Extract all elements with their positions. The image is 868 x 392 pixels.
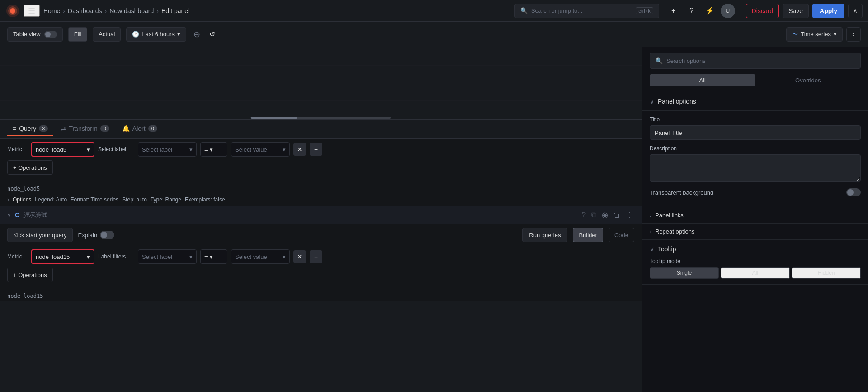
panel-links-chevron: › — [650, 212, 651, 219]
panel-type-expand-button[interactable]: › — [846, 27, 861, 42]
label-select-a[interactable]: Select label ▾ — [138, 142, 197, 157]
label-dropdown-icon-a: ▾ — [189, 146, 193, 153]
collapse-panel-button[interactable]: ∧ — [848, 4, 863, 18]
query-a-operations-row: + Operations — [7, 160, 634, 175]
panel-type-dropdown-icon: ▾ — [834, 31, 837, 38]
discard-button[interactable]: Discard — [746, 4, 779, 18]
value-select-c[interactable]: Select value ▾ — [231, 249, 290, 264]
global-search-bar[interactable]: 🔍 Search or jump to... ctrl+k — [514, 4, 659, 18]
add-label-filter-a[interactable]: + — [310, 143, 322, 156]
time-range-label: Last 6 hours — [142, 31, 175, 38]
label-select-c[interactable]: Select label ▾ — [138, 249, 197, 264]
copy-icon-c[interactable]: ⧉ — [590, 210, 597, 220]
metric-dropdown-icon-c: ▾ — [87, 253, 90, 260]
right-panel-header: 🔍 Search options All Overrides — [642, 47, 868, 92]
search-icon: 🔍 — [520, 7, 528, 14]
search-placeholder: Search or jump to... — [531, 7, 632, 14]
breadcrumb-dashboards[interactable]: Dashboards — [68, 7, 102, 14]
delete-icon-c[interactable]: 🗑 — [613, 210, 622, 220]
help-icon-c[interactable]: ? — [581, 210, 587, 220]
refresh-button[interactable]: ↺ — [208, 28, 217, 40]
add-button[interactable]: + — [666, 4, 681, 18]
actual-button[interactable]: Actual — [93, 27, 121, 42]
tooltip-mode-single[interactable]: Single — [650, 267, 719, 279]
tooltip-mode-row: Tooltip mode Single All Hidden — [642, 258, 868, 284]
avatar[interactable]: U — [721, 4, 735, 18]
panel-options-content: Title Description Transparent background — [642, 111, 868, 207]
zoom-out-button[interactable]: ⊖ — [192, 28, 202, 41]
repeat-options-chevron: › — [650, 229, 651, 235]
action-buttons: Discard Save Apply ∧ — [746, 4, 863, 18]
table-view-label: Table view — [13, 31, 41, 38]
options-chevron-a: › — [7, 196, 9, 203]
tab-alert[interactable]: 🔔 Alert 0 — [117, 122, 163, 136]
fill-button[interactable]: Fill — [68, 27, 88, 42]
tab-all[interactable]: All — [650, 74, 755, 86]
tooltip-mode-all[interactable]: All — [721, 267, 790, 279]
operator-select-a[interactable]: = ▾ — [200, 142, 227, 157]
hamburger-button[interactable]: ☰ — [24, 5, 40, 17]
explain-toggle[interactable] — [100, 231, 114, 239]
table-view-toggle[interactable]: Table view — [7, 27, 63, 42]
panel-type-button[interactable]: 〜 Time series ▾ — [786, 27, 843, 42]
news-button[interactable]: ⚡ — [703, 4, 717, 18]
operations-button-c[interactable]: + Operations — [7, 268, 53, 282]
search-options-input[interactable]: 🔍 Search options — [650, 53, 861, 69]
right-panel: 🔍 Search options All Overrides ∨ Panel o… — [642, 47, 868, 392]
options-row-a[interactable]: › Options Legend: Auto Format: Time seri… — [0, 194, 642, 206]
operator-value-c: = — [204, 253, 208, 260]
operations-button-a[interactable]: + Operations — [7, 160, 53, 175]
add-label-filter-c[interactable]: + — [310, 250, 322, 263]
query-a-metric-row: Metric node_load5 ▾ Select label Select … — [7, 142, 634, 157]
tooltip-section: ∨ Tooltip Tooltip mode Single All Hidden — [642, 240, 868, 285]
visibility-icon-c[interactable]: ◉ — [601, 210, 609, 220]
operator-select-c[interactable]: = ▾ — [200, 249, 227, 264]
time-range-button[interactable]: 🕐 Last 6 hours ▾ — [126, 27, 186, 42]
transform-tab-icon: ⇄ — [61, 125, 66, 132]
apply-button[interactable]: Apply — [812, 4, 844, 18]
description-input[interactable] — [650, 154, 861, 182]
metric-select-c[interactable]: node_load15 ▾ — [31, 249, 94, 264]
help-button[interactable]: ? — [684, 4, 699, 18]
table-view-dot[interactable] — [44, 31, 57, 38]
save-button[interactable]: Save — [783, 4, 809, 18]
description-field-group: Description — [650, 145, 861, 183]
breadcrumb: Home › Dashboards › New dashboard › Edit… — [43, 7, 189, 14]
builder-button[interactable]: Builder — [573, 228, 603, 242]
tab-query[interactable]: ≡ Query 3 — [7, 122, 53, 136]
transparent-bg-toggle[interactable] — [846, 188, 861, 196]
description-field-label: Description — [650, 145, 861, 152]
panel-options-section-header[interactable]: ∨ Panel options — [642, 92, 868, 111]
breadcrumb-new-dashboard[interactable]: New dashboard — [109, 7, 154, 14]
run-queries-button[interactable]: Run queries — [522, 228, 567, 242]
metric-select-a[interactable]: node_load5 ▾ — [31, 142, 94, 157]
top-nav: ☰ Home › Dashboards › New dashboard › Ed… — [0, 0, 868, 22]
timeseries-icon: 〜 — [792, 30, 798, 38]
tab-overrides[interactable]: Overrides — [755, 74, 861, 86]
alert-tab-icon: 🔔 — [122, 125, 130, 132]
value-placeholder-c: Select value — [235, 253, 267, 260]
code-button[interactable]: Code — [609, 228, 634, 242]
transform-tab-badge: 0 — [100, 125, 109, 132]
metric-label-display-c: node_load15 — [0, 291, 642, 301]
more-icon-c[interactable]: ⋮ — [625, 210, 634, 220]
query-block-c: ∨ C 演示测试 ? ⧉ ◉ 🗑 ⋮ Kick start your query… — [0, 206, 642, 301]
tab-transform[interactable]: ⇄ Transform 0 — [55, 122, 114, 136]
repeat-options-row[interactable]: › Repeat options — [642, 224, 868, 240]
search-options-placeholder: Search options — [666, 57, 706, 64]
title-input[interactable] — [650, 125, 861, 140]
tooltip-mode-hidden[interactable]: Hidden — [792, 267, 861, 279]
remove-label-filter-a[interactable]: ✕ — [293, 143, 306, 156]
remove-label-filter-c[interactable]: ✕ — [293, 250, 306, 263]
query-c-content: Metric node_load15 ▾ Label filters Selec… — [0, 246, 642, 291]
top-nav-right: + ? ⚡ U — [666, 4, 735, 18]
kick-start-button[interactable]: Kick start your query — [7, 228, 73, 242]
clock-icon: 🕐 — [132, 31, 139, 38]
panel-links-row[interactable]: › Panel links — [642, 207, 868, 224]
collapse-button-c[interactable]: ∨ — [7, 212, 11, 218]
value-select-a[interactable]: Select value ▾ — [231, 142, 290, 157]
breadcrumb-home[interactable]: Home — [43, 7, 60, 14]
metric-value-c: node_load15 — [36, 253, 70, 260]
chevron-up-icon: ∧ — [853, 7, 858, 14]
tooltip-section-header[interactable]: ∨ Tooltip — [642, 240, 868, 258]
